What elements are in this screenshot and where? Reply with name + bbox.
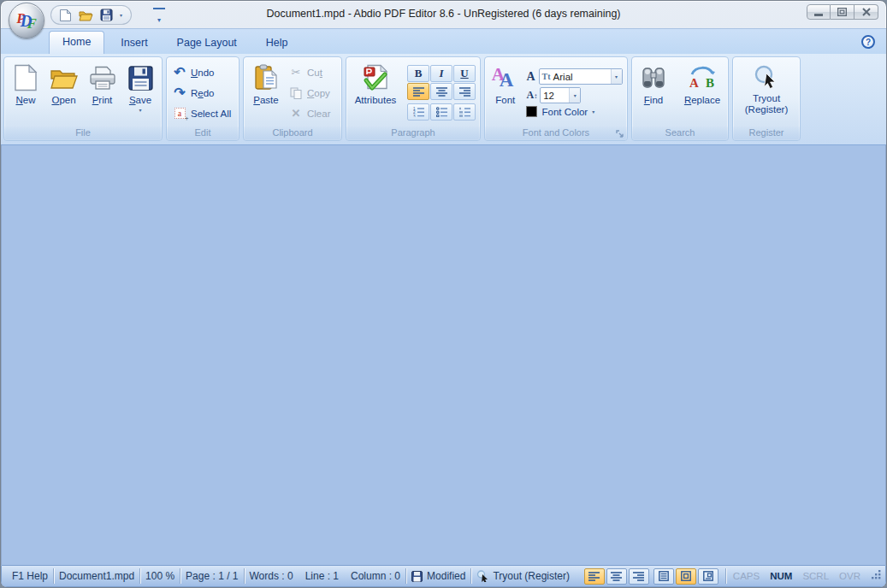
tab-home[interactable]: Home	[49, 31, 104, 54]
bold-button[interactable]: B	[407, 65, 429, 82]
cut-icon: ✂	[292, 67, 301, 78]
keyboard-indicators: CAPS NUM SCRL OVR	[726, 571, 867, 581]
ribbon-group-edit: ↶ Undo ↷ Redo a + Select All	[166, 56, 239, 141]
replace-button[interactable]: A B Replace	[679, 59, 725, 126]
attributes-pdf-check-icon	[361, 64, 390, 91]
clear-button[interactable]: ✕ Clear	[286, 104, 334, 122]
font-label: Font	[495, 95, 515, 105]
save-button[interactable]: Save ▾	[121, 59, 159, 126]
bullet-list-button[interactable]	[430, 103, 452, 121]
view-corner-box-icon	[703, 571, 713, 581]
window-title: Document1.mpd - Abdio PDF Editor 8.6 - U…	[1, 8, 886, 20]
redo-label: Redo	[191, 88, 215, 98]
redo-button[interactable]: ↷ Redo	[169, 84, 236, 102]
paste-clipboard-icon	[254, 64, 278, 91]
font-color-label: Font Color	[541, 107, 588, 117]
new-page-icon	[14, 64, 38, 91]
view-center-box-icon	[681, 571, 691, 581]
document-canvas[interactable]	[1, 145, 886, 565]
underline-button[interactable]: U	[453, 65, 476, 82]
application-menu-button[interactable]: P D F	[9, 3, 44, 38]
open-folder-icon	[50, 67, 78, 90]
undo-label: Undo	[191, 68, 215, 78]
close-button[interactable]	[854, 4, 878, 20]
ribbon-group-search: Find A B Replace	[631, 56, 729, 141]
paste-button[interactable]: Paste	[246, 59, 286, 126]
status-view-corner-box-button[interactable]	[698, 568, 718, 585]
maximize-button[interactable]	[831, 4, 854, 20]
group-caption-register: Register	[733, 126, 800, 140]
align-center-button[interactable]	[430, 83, 452, 100]
roman-list-button[interactable]	[453, 103, 476, 121]
cut-button[interactable]: ✂ Cut	[286, 63, 334, 81]
ribbon: New Open	[1, 54, 886, 145]
ribbon-tab-bar: Home Insert Page Layout Help ?	[1, 28, 886, 54]
minimize-button[interactable]	[807, 4, 831, 20]
status-filename: Document1.mpd	[54, 570, 139, 582]
align-right-icon	[459, 87, 470, 97]
print-button[interactable]: Print	[83, 59, 121, 126]
open-button[interactable]: Open	[44, 59, 83, 126]
undo-button[interactable]: ↶ Undo	[169, 63, 236, 81]
group-caption-font-colors: Font and Colors	[485, 126, 627, 140]
resize-grip[interactable]	[871, 569, 882, 583]
group-caption-paragraph: Paragraph	[346, 126, 480, 140]
binoculars-icon	[641, 65, 666, 91]
attributes-label: Attributes	[355, 95, 397, 105]
ribbon-group-clipboard: Paste ✂ Cut Copy	[243, 56, 342, 141]
italic-button[interactable]: I	[430, 65, 452, 82]
font-color-dropdown-icon: ▾	[592, 109, 594, 115]
undo-icon: ↶	[174, 66, 185, 79]
align-right-button[interactable]	[453, 83, 476, 100]
font-button[interactable]: A A Font	[488, 59, 523, 126]
window-controls	[807, 4, 878, 20]
font-family-combobox[interactable]: Tt Arial ▾	[539, 68, 623, 85]
new-button[interactable]: New	[7, 59, 44, 126]
font-size-combobox[interactable]: 12 ▾	[540, 87, 581, 103]
save-split-arrow-icon[interactable]: ▾	[139, 108, 141, 113]
font-size-dropdown-icon: ▾	[574, 93, 577, 98]
status-tryout-button[interactable]: Tryout (Register)	[471, 570, 575, 582]
tab-help[interactable]: Help	[253, 32, 301, 54]
printer-icon	[89, 65, 116, 91]
tryout-register-button[interactable]: Tryout (Register)	[736, 59, 797, 126]
status-help: F1 Help	[7, 570, 53, 582]
resize-grip-icon	[871, 569, 882, 580]
status-view-buttons	[653, 568, 718, 585]
font-family-icon: A	[526, 70, 535, 84]
align-center-icon	[611, 572, 622, 581]
tryout-cursor-small-icon	[476, 570, 488, 582]
open-label: Open	[51, 95, 75, 105]
select-all-label: Select All	[191, 109, 231, 119]
status-align-left-button[interactable]	[584, 568, 605, 585]
status-view-lines-button[interactable]	[653, 568, 674, 585]
clear-label: Clear	[307, 109, 330, 119]
status-align-right-button[interactable]	[629, 568, 649, 585]
font-family-dropdown-icon: ▾	[615, 74, 618, 79]
status-align-center-button[interactable]	[606, 568, 627, 585]
replace-label: Replace	[684, 95, 720, 105]
attributes-button[interactable]: Attributes	[349, 59, 402, 126]
font-color-button[interactable]: Font Color ▾	[526, 106, 624, 117]
font-size-value: 12	[543, 91, 554, 101]
dialog-launcher-button[interactable]	[616, 129, 624, 138]
numbered-list-button[interactable]: 123	[407, 103, 429, 121]
tab-page-layout[interactable]: Page Layout	[164, 32, 250, 54]
status-words: Words : 0	[250, 570, 293, 582]
status-view-center-box-button[interactable]	[676, 568, 696, 585]
find-button[interactable]: Find	[635, 59, 672, 126]
ovr-indicator: OVR	[839, 571, 860, 581]
app-window: P D F	[0, 0, 887, 588]
dialog-launcher-icon	[616, 130, 624, 138]
ribbon-group-file: New Open	[3, 56, 163, 141]
status-bar: F1 Help Document1.mpd 100 % Page : 1 / 1…	[1, 565, 886, 587]
copy-button[interactable]: Copy	[286, 84, 334, 102]
caps-indicator: CAPS	[733, 571, 760, 581]
copy-icon	[290, 87, 302, 99]
select-all-button[interactable]: a + Select All	[169, 104, 236, 122]
tab-insert[interactable]: Insert	[108, 32, 160, 54]
help-icon[interactable]: ?	[861, 35, 875, 49]
align-left-button[interactable]	[407, 83, 429, 100]
app-logo-letter-d: D	[21, 13, 33, 29]
redo-icon: ↷	[174, 86, 185, 100]
